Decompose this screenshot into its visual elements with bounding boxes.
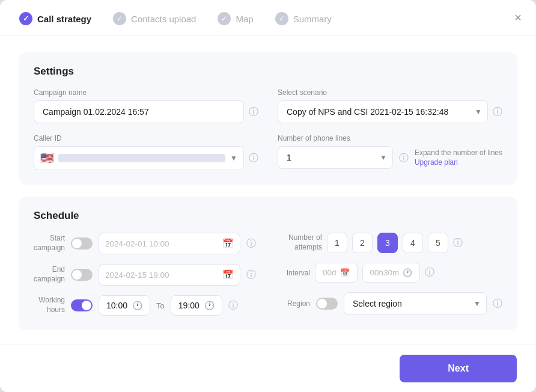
attempt-btn-1[interactable]: 1: [327, 233, 347, 253]
interval-time-value: 00h30m: [370, 268, 400, 277]
interval-clock-icon: 🕐: [403, 268, 412, 277]
campaign-name-label: Campaign name: [34, 88, 258, 97]
working-to-label: To: [156, 301, 165, 310]
end-date-input[interactable]: 2024-02-15 19:00 📅: [99, 264, 240, 286]
schedule-title: Schedule: [34, 210, 502, 222]
caller-id-row: 🇺🇸 ▼ ⓘ: [34, 146, 258, 170]
phone-lines-label: Number of phone lines: [278, 134, 502, 142]
phone-lines-info-icon[interactable]: ⓘ: [399, 152, 409, 165]
campaign-name-row: ⓘ: [34, 100, 258, 123]
settings-section: Settings Campaign name ⓘ Select scenario: [19, 52, 517, 185]
region-label: Region: [280, 299, 310, 308]
start-date-value: 2024-02-01 10:00: [105, 239, 218, 248]
campaign-name-group: Campaign name ⓘ: [34, 88, 258, 123]
phone-lines-select-wrapper: 1 2 3 ▼: [278, 146, 393, 169]
interval-time-box[interactable]: 00h30m 🕐: [362, 263, 421, 283]
interval-cal-icon: 📅: [340, 268, 350, 277]
scenario-info-icon[interactable]: ⓘ: [493, 106, 502, 118]
start-date-input[interactable]: 2024-02-01 10:00 📅: [99, 233, 240, 254]
working-to-time[interactable]: 19:00 🕐: [171, 295, 222, 316]
region-toggle[interactable]: [316, 298, 338, 310]
settings-grid: Campaign name ⓘ Select scenario Copy of …: [34, 88, 502, 170]
scenario-select[interactable]: Copy of NPS and CSI 2021-02-15 16:32:48: [278, 100, 488, 123]
flag-icon: 🇺🇸: [40, 152, 53, 165]
region-select-wrapper: Select region ▼: [344, 292, 487, 315]
step-check-summary: ✓: [275, 12, 288, 25]
modal: ✓ Call strategy ✓ Contacts upload ✓ Map …: [0, 0, 536, 392]
working-toggle-knob: [82, 301, 91, 310]
phone-lines-select[interactable]: 1 2 3: [278, 146, 393, 169]
start-campaign-toggle[interactable]: [71, 237, 93, 250]
caller-id-select-wrapper: 🇺🇸 ▼: [34, 146, 244, 170]
attempts-info-icon[interactable]: ⓘ: [453, 237, 463, 250]
end-campaign-toggle[interactable]: [71, 269, 93, 281]
step-label-map: Map: [236, 14, 253, 24]
scenario-select-wrapper: Copy of NPS and CSI 2021-02-15 16:32:48 …: [278, 100, 488, 123]
upgrade-hint: Expand the number of lines: [415, 149, 502, 157]
attempt-btn-3[interactable]: 3: [377, 233, 398, 253]
scenario-row: Copy of NPS and CSI 2021-02-15 16:32:48 …: [278, 100, 502, 123]
region-info-icon[interactable]: ⓘ: [493, 298, 502, 310]
upgrade-link[interactable]: Upgrade plan: [415, 158, 502, 167]
caller-id-display[interactable]: 🇺🇸 ▼: [34, 146, 244, 170]
end-calendar-icon: 📅: [222, 269, 234, 280]
modal-body: Settings Campaign name ⓘ Select scenario: [0, 35, 536, 390]
attempts-label: Number ofattempts: [280, 233, 322, 252]
modal-header: ✓ Call strategy ✓ Contacts upload ✓ Map …: [0, 0, 536, 35]
phone-lines-group: Number of phone lines 1 2 3 ▼ ⓘ: [278, 134, 502, 170]
start-campaign-row: Startcampaign 2024-02-01 10:00 📅 ⓘ: [34, 233, 256, 254]
working-from-clock-icon: 🕐: [132, 301, 142, 310]
working-hours-info-icon[interactable]: ⓘ: [228, 299, 238, 312]
attempt-btn-2[interactable]: 2: [352, 233, 373, 253]
step-check-map: ✓: [218, 12, 231, 25]
modal-footer: Next: [0, 345, 536, 392]
working-hours-label: Workinghours: [34, 296, 65, 314]
settings-title: Settings: [34, 66, 502, 78]
attempt-btn-4[interactable]: 4: [403, 233, 423, 253]
end-date-value: 2024-02-15 19:00: [105, 271, 218, 280]
working-from-value: 10:00: [106, 301, 127, 310]
schedule-left: Startcampaign 2024-02-01 10:00 📅 ⓘ Endca…: [34, 233, 256, 316]
end-toggle-knob: [72, 270, 82, 280]
step-check-call-strategy: ✓: [19, 12, 32, 25]
upgrade-section: Expand the number of lines Upgrade plan: [415, 149, 502, 167]
campaign-name-info-icon[interactable]: ⓘ: [249, 106, 258, 118]
working-hours-row: Workinghours 10:00 🕐 To 19:00 🕐: [34, 295, 256, 316]
step-summary[interactable]: ✓ Summary: [275, 12, 332, 25]
interval-days-box[interactable]: 00d 📅: [315, 263, 358, 283]
caller-id-info-icon[interactable]: ⓘ: [249, 152, 258, 165]
working-to-value: 19:00: [178, 301, 199, 310]
step-map[interactable]: ✓ Map: [218, 12, 253, 25]
caller-id-chevron-icon: ▼: [230, 154, 237, 162]
start-info-icon[interactable]: ⓘ: [246, 237, 256, 250]
working-from-time[interactable]: 10:00 🕐: [99, 295, 150, 316]
interval-info-icon[interactable]: ⓘ: [425, 266, 434, 279]
schedule-right: Number ofattempts 1 2 3 4 5 ⓘ Interval 0…: [280, 233, 502, 316]
caller-id-label: Caller ID: [34, 134, 258, 142]
scenario-label: Select scenario: [278, 88, 502, 97]
step-label-call-strategy: Call strategy: [37, 14, 91, 24]
schedule-section: Schedule Startcampaign 2024-02-01 10:00 …: [19, 197, 517, 330]
next-button[interactable]: Next: [400, 355, 517, 382]
interval-days-value: 00d: [323, 268, 337, 277]
step-contacts-upload[interactable]: ✓ Contacts upload: [113, 12, 196, 25]
attempts-row: Number ofattempts 1 2 3 4 5 ⓘ: [280, 233, 502, 253]
start-toggle-knob: [72, 239, 82, 248]
start-campaign-label: Startcampaign: [34, 234, 65, 253]
caller-id-value: [58, 154, 225, 162]
schedule-grid: Startcampaign 2024-02-01 10:00 📅 ⓘ Endca…: [34, 233, 502, 316]
attempt-btn-5[interactable]: 5: [428, 233, 448, 253]
region-row: Region Select region ▼ ⓘ: [280, 292, 502, 315]
step-label-contacts-upload: Contacts upload: [131, 14, 196, 24]
campaign-name-input[interactable]: [34, 100, 244, 123]
step-call-strategy[interactable]: ✓ Call strategy: [19, 12, 91, 25]
working-hours-toggle[interactable]: [71, 299, 93, 311]
interval-row: Interval 00d 📅 00h30m 🕐 ⓘ: [280, 263, 502, 283]
start-calendar-icon: 📅: [222, 238, 234, 249]
region-select[interactable]: Select region: [344, 292, 487, 315]
close-button[interactable]: ×: [514, 11, 522, 23]
region-toggle-knob: [317, 299, 327, 308]
step-check-contacts-upload: ✓: [113, 12, 126, 25]
end-info-icon[interactable]: ⓘ: [246, 269, 256, 281]
step-label-summary: Summary: [293, 14, 332, 24]
